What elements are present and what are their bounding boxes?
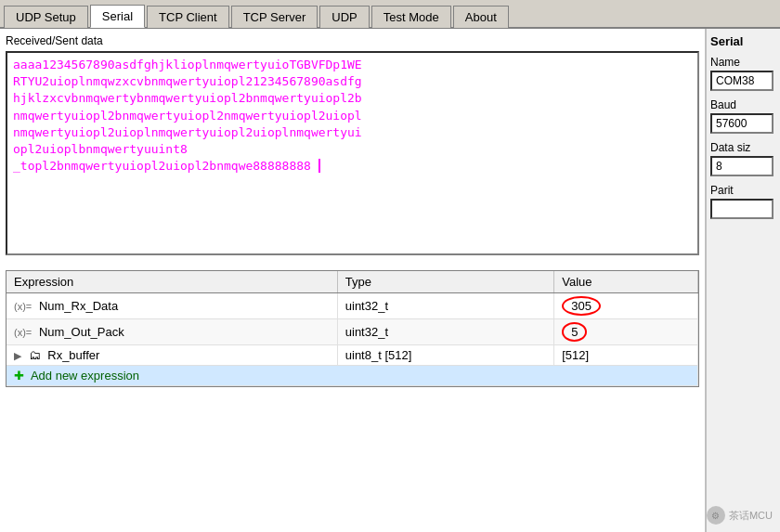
expr-name: Num_Rx_Data bbox=[39, 299, 118, 313]
buffer-icon: 🗂 bbox=[29, 348, 41, 362]
field-name: Name COM38 bbox=[710, 56, 776, 91]
add-expr-cell[interactable]: ✚ Add new expression bbox=[6, 366, 698, 386]
expand-icon: ▶ bbox=[14, 350, 21, 361]
tab-tcp-server[interactable]: TCP Server bbox=[231, 6, 318, 28]
name-label: Name bbox=[710, 56, 776, 69]
received-data-text: aaaa1234567890asdfghjklioplnmqwertyuioTG… bbox=[13, 58, 362, 173]
field-parity: Parit bbox=[710, 184, 776, 219]
expr-name: Num_Out_Pack bbox=[39, 325, 124, 339]
right-panel: Serial Name COM38 Baud 57600 Data siz 8 … bbox=[706, 29, 780, 532]
baud-input[interactable]: 57600 bbox=[710, 113, 774, 134]
col-expression: Expression bbox=[6, 271, 337, 293]
tab-udp-setup[interactable]: UDP Setup bbox=[4, 6, 88, 28]
data-display[interactable]: aaaa1234567890asdfghjklioplnmqwertyuioTG… bbox=[6, 51, 699, 255]
add-icon: ✚ bbox=[14, 369, 24, 383]
expression-table-area: Expression Type Value (x)= Num_Rx_Data u… bbox=[6, 270, 699, 387]
baud-label: Baud bbox=[710, 98, 776, 111]
data-size-label: Data siz bbox=[710, 141, 776, 154]
var-icon: (x)= bbox=[14, 301, 32, 312]
tab-test-mode[interactable]: Test Mode bbox=[371, 6, 451, 28]
type-cell: uint32_t bbox=[337, 293, 553, 319]
tab-bar: UDP Setup Serial TCP Client TCP Server U… bbox=[0, 0, 780, 29]
main-content: Received/Sent data aaaa1234567890asdfghj… bbox=[0, 29, 780, 532]
tab-serial[interactable]: Serial bbox=[90, 5, 145, 28]
add-expr-label: Add new expression bbox=[31, 369, 139, 383]
expression-table: Expression Type Value (x)= Num_Rx_Data u… bbox=[6, 271, 698, 386]
tab-about[interactable]: About bbox=[453, 6, 509, 28]
value-circled: 5 bbox=[562, 322, 587, 342]
table-row[interactable]: ▶ 🗂 Rx_buffer uint8_t [512] [512] bbox=[6, 345, 698, 366]
table-row[interactable]: (x)= Num_Rx_Data uint32_t 305 bbox=[6, 293, 698, 319]
expr-name: Rx_buffer bbox=[47, 348, 99, 362]
name-input[interactable]: COM38 bbox=[710, 71, 774, 91]
watermark-text: 茶话MCU bbox=[729, 509, 773, 523]
add-expression-row[interactable]: ✚ Add new expression bbox=[6, 366, 698, 386]
parity-input[interactable] bbox=[710, 199, 774, 219]
tab-tcp-client[interactable]: TCP Client bbox=[147, 6, 229, 28]
parity-label: Parit bbox=[710, 184, 776, 197]
col-value: Value bbox=[554, 271, 698, 293]
col-type: Type bbox=[337, 271, 553, 293]
expr-cell: ▶ 🗂 Rx_buffer bbox=[6, 345, 337, 366]
value-cell: 305 bbox=[554, 293, 698, 319]
watermark: ⚙ 茶话MCU bbox=[707, 506, 773, 525]
value-circled: 305 bbox=[562, 296, 601, 316]
serial-title: Serial bbox=[710, 34, 776, 48]
var-icon: (x)= bbox=[14, 327, 32, 338]
tab-udp[interactable]: UDP bbox=[319, 6, 369, 28]
value-cell: [512] bbox=[554, 345, 698, 366]
table-header-row: Expression Type Value bbox=[6, 271, 698, 293]
expr-cell: (x)= Num_Rx_Data bbox=[6, 293, 337, 319]
type-cell: uint8_t [512] bbox=[337, 345, 553, 366]
field-data-size: Data siz 8 bbox=[710, 141, 776, 176]
value-cell: 5 bbox=[554, 319, 698, 345]
field-baud: Baud 57600 bbox=[710, 98, 776, 134]
left-panel: Received/Sent data aaaa1234567890asdfghj… bbox=[0, 29, 706, 532]
type-cell: uint32_t bbox=[337, 319, 553, 345]
section-label: Received/Sent data bbox=[6, 34, 699, 47]
watermark-icon: ⚙ bbox=[707, 506, 725, 525]
expr-cell: (x)= Num_Out_Pack bbox=[6, 319, 337, 345]
data-size-input[interactable]: 8 bbox=[710, 156, 774, 176]
table-row[interactable]: (x)= Num_Out_Pack uint32_t 5 bbox=[6, 319, 698, 345]
